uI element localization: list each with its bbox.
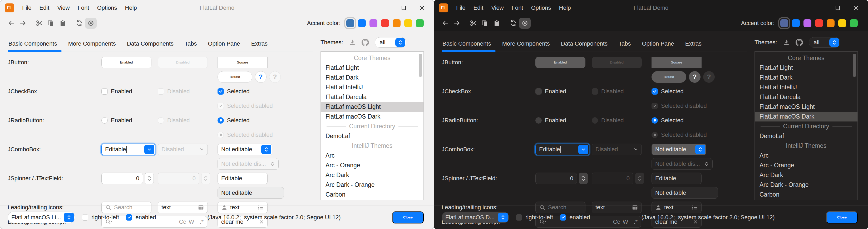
enabled-checkbox[interactable] xyxy=(560,214,566,221)
theme-item[interactable]: FlatLaf Dark xyxy=(755,73,858,83)
combobox-updown-icon[interactable] xyxy=(64,213,74,222)
jbutton-square[interactable]: Square xyxy=(652,57,702,68)
github-icon[interactable] xyxy=(796,39,803,46)
theme-list[interactable]: Core Themes FlatLaf Light FlatLaf Dark F… xyxy=(320,51,424,200)
spinner-field[interactable]: 0 xyxy=(101,173,143,184)
theme-item[interactable]: Cobalt 2 xyxy=(755,199,858,200)
back-icon[interactable] xyxy=(5,18,17,29)
accent-swatch-selected[interactable] xyxy=(780,19,788,27)
spinner-arrows-icon[interactable] xyxy=(145,173,154,184)
spinner-field[interactable]: 0 xyxy=(535,173,577,184)
tab-tabs[interactable]: Tabs xyxy=(179,38,202,51)
theme-list[interactable]: Core Themes FlatLaf Light FlatLaf Dark F… xyxy=(754,51,858,200)
theme-item[interactable]: DemoLaf xyxy=(755,131,858,141)
tab-tabs[interactable]: Tabs xyxy=(613,38,636,51)
combobox-editable[interactable]: Editable xyxy=(101,144,155,155)
radio-selected[interactable] xyxy=(218,117,224,123)
help-button[interactable]: ? xyxy=(689,71,701,83)
tab-option-pane[interactable]: Option Pane xyxy=(202,38,245,51)
tab-data-components[interactable]: Data Components xyxy=(555,38,613,51)
back-icon[interactable] xyxy=(439,18,451,29)
menu-view[interactable]: View xyxy=(487,3,507,13)
accent-swatch-orange[interactable] xyxy=(827,19,835,27)
themes-filter-combo[interactable]: all xyxy=(809,37,840,48)
theme-item[interactable]: FlatLaf Light xyxy=(755,63,858,73)
paste-icon[interactable] xyxy=(57,18,68,29)
menu-edit[interactable]: Edit xyxy=(35,3,53,13)
theme-item[interactable]: FlatLaf Darcula xyxy=(755,92,858,102)
combobox-arrow-icon[interactable] xyxy=(578,145,588,154)
menu-file[interactable]: File xyxy=(18,3,35,13)
theme-item[interactable]: Carbon xyxy=(321,190,424,199)
theme-item[interactable]: Arc xyxy=(321,151,424,161)
theme-item[interactable]: Arc Dark xyxy=(755,170,858,180)
tab-more-components[interactable]: More Components xyxy=(63,38,121,51)
theme-item[interactable]: FlatLaf Light xyxy=(321,63,424,73)
radio-enabled[interactable] xyxy=(101,117,108,123)
checkbox-enabled[interactable] xyxy=(101,88,108,95)
checkbox-enabled[interactable] xyxy=(535,88,542,95)
show-hidden-toggle-icon[interactable] xyxy=(519,18,531,29)
radio-enabled[interactable] xyxy=(535,117,542,123)
tab-basic-components[interactable]: Basic Components xyxy=(442,38,497,51)
textfield-editable[interactable]: Editable xyxy=(652,173,702,184)
laf-combo[interactable]: FlatLaf macOS D... xyxy=(442,211,509,223)
combobox-updown-icon[interactable] xyxy=(261,145,271,154)
combobox-not-editable[interactable]: Not editable xyxy=(652,144,706,155)
theme-item[interactable]: Arc Dark - Orange xyxy=(755,180,858,190)
theme-item[interactable]: Arc Dark - Orange xyxy=(321,180,424,190)
theme-item[interactable]: FlatLaf Darcula xyxy=(321,92,424,102)
accent-swatch-orange[interactable] xyxy=(393,19,401,27)
theme-item[interactable]: Cobalt 2 xyxy=(321,199,424,200)
download-icon[interactable] xyxy=(349,39,356,46)
combobox-updown-icon[interactable] xyxy=(829,38,839,47)
copy-icon[interactable] xyxy=(479,18,491,29)
menu-options[interactable]: Options xyxy=(93,3,121,13)
jbutton-enabled[interactable]: Enabled xyxy=(101,57,151,68)
tab-option-pane[interactable]: Option Pane xyxy=(636,38,679,51)
tab-extras[interactable]: Extras xyxy=(680,38,707,51)
github-icon[interactable] xyxy=(362,39,369,46)
accent-swatch-blue[interactable] xyxy=(792,19,800,27)
combobox-editable[interactable]: Editable xyxy=(535,144,589,155)
menu-font[interactable]: Font xyxy=(508,3,527,13)
combobox-not-editable[interactable]: Not editable xyxy=(218,144,272,155)
close-button[interactable]: Close xyxy=(392,211,424,224)
copy-icon[interactable] xyxy=(45,18,57,29)
combobox-updown-icon[interactable] xyxy=(395,38,405,47)
refresh-icon[interactable] xyxy=(73,18,85,29)
spinner-arrows-icon[interactable] xyxy=(579,173,588,184)
checkbox-selected[interactable] xyxy=(218,88,224,95)
accent-swatch-green[interactable] xyxy=(850,19,858,27)
accent-swatch-purple[interactable] xyxy=(370,19,377,27)
theme-item[interactable]: Carbon xyxy=(755,190,858,199)
show-hidden-toggle-icon[interactable] xyxy=(85,18,97,29)
menu-file[interactable]: File xyxy=(452,3,469,13)
jbutton-round[interactable]: Round xyxy=(652,71,686,83)
maximize-icon[interactable] xyxy=(398,3,409,13)
close-icon[interactable] xyxy=(851,3,861,13)
theme-item[interactable]: Arc - Orange xyxy=(321,161,424,170)
checkbox-selected[interactable] xyxy=(652,88,658,95)
minimize-icon[interactable] xyxy=(814,3,825,13)
textfield-editable[interactable]: Editable xyxy=(218,173,268,184)
menu-view[interactable]: View xyxy=(53,3,73,13)
combobox-arrow-icon[interactable] xyxy=(144,145,154,154)
download-icon[interactable] xyxy=(783,39,790,46)
menu-help[interactable]: Help xyxy=(555,3,575,13)
maximize-icon[interactable] xyxy=(832,3,843,13)
radio-selected[interactable] xyxy=(652,117,658,123)
forward-icon[interactable] xyxy=(17,18,29,29)
accent-swatch-yellow[interactable] xyxy=(838,19,846,27)
theme-item[interactable]: Arc xyxy=(755,151,858,161)
menu-font[interactable]: Font xyxy=(74,3,93,13)
close-icon[interactable] xyxy=(417,3,427,13)
scrollbar-thumb[interactable] xyxy=(419,54,422,77)
jbutton-square[interactable]: Square xyxy=(218,57,268,68)
theme-item[interactable]: Arc - Orange xyxy=(755,161,858,170)
scrollbar-thumb[interactable] xyxy=(853,54,856,77)
themes-filter-combo[interactable]: all xyxy=(375,37,406,48)
accent-swatch-purple[interactable] xyxy=(804,19,811,27)
accent-swatch-yellow[interactable] xyxy=(404,19,412,27)
close-button[interactable]: Close xyxy=(826,211,858,224)
